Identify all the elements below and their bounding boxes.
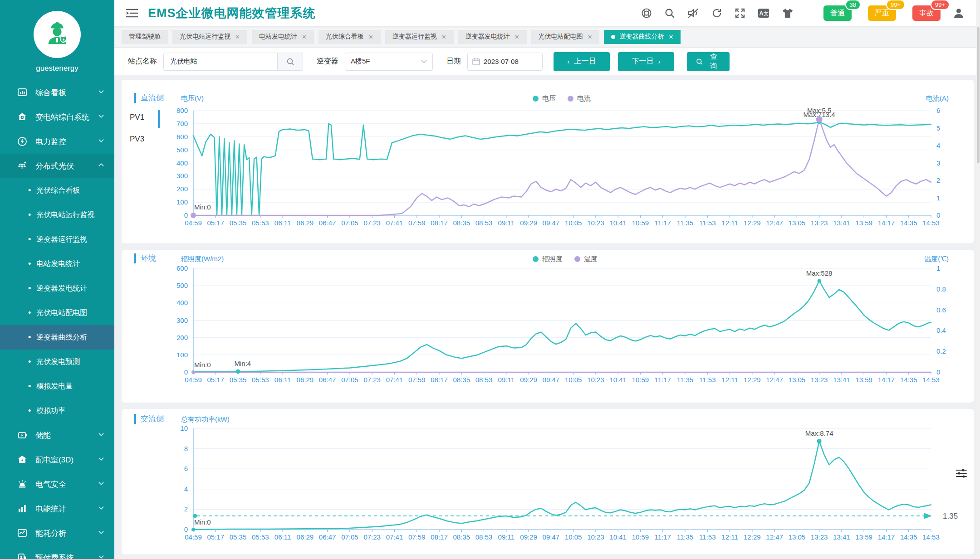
sidebar-subitem-电站发电统计[interactable]: •电站发电统计 bbox=[0, 252, 114, 276]
help-icon[interactable] bbox=[641, 8, 652, 19]
tab-close-icon[interactable]: ✕ bbox=[368, 34, 373, 40]
sidebar-item-预付费系统[interactable]: 预付费系统 bbox=[0, 545, 114, 559]
tab-光伏综合看板[interactable]: 光伏综合看板✕ bbox=[318, 30, 381, 44]
tab-逆变器曲线分析[interactable]: 逆变器曲线分析✕ bbox=[604, 30, 681, 44]
sidebar-subitem-逆变器曲线分析[interactable]: •逆变器曲线分析 bbox=[0, 325, 114, 350]
alarm-pill-事故[interactable]: 事故99+ bbox=[912, 5, 941, 21]
svg-text:12:47: 12:47 bbox=[766, 219, 783, 227]
site-search-button[interactable] bbox=[278, 53, 303, 71]
sidebar-item-配电室(3D)[interactable]: 配电室(3D) bbox=[0, 447, 114, 472]
svg-text:04:59: 04:59 bbox=[185, 533, 202, 541]
sidebar-subitem-逆变器发电统计[interactable]: •逆变器发电统计 bbox=[0, 276, 114, 301]
sidebar-subitem-label: 逆变器运行监视 bbox=[36, 235, 87, 244]
sidebar-subitem-光伏电站运行监视[interactable]: •光伏电站运行监视 bbox=[0, 203, 114, 227]
chevron-down-icon bbox=[98, 88, 104, 97]
svg-text:Max:5.5: Max:5.5 bbox=[807, 107, 831, 114]
tab-close-icon[interactable]: ✕ bbox=[668, 34, 673, 40]
worker-avatar-icon bbox=[43, 20, 71, 49]
tab-close-icon[interactable]: ✕ bbox=[588, 34, 593, 40]
svg-text:08:17: 08:17 bbox=[431, 533, 448, 541]
sidebar-subitem-光伏综合看板[interactable]: •光伏综合看板 bbox=[0, 178, 114, 203]
chevron-down-icon bbox=[98, 553, 104, 559]
sidebar-item-变电站综自系统[interactable]: 变电站综自系统 bbox=[0, 105, 114, 129]
svg-text:4: 4 bbox=[184, 485, 188, 493]
svg-text:Max:528: Max:528 bbox=[806, 269, 833, 277]
translate-icon[interactable]: A文 bbox=[758, 8, 769, 19]
svg-text:07:05: 07:05 bbox=[341, 376, 358, 384]
svg-text:06:47: 06:47 bbox=[319, 219, 336, 227]
date-picker[interactable] bbox=[467, 53, 543, 71]
svg-text:0.8: 0.8 bbox=[936, 285, 946, 293]
tab-电站发电统计[interactable]: 电站发电统计✕ bbox=[252, 30, 314, 44]
alarm-pill-严重[interactable]: 严重99+ bbox=[868, 5, 896, 21]
svg-text:Min:4: Min:4 bbox=[235, 360, 251, 367]
svg-text:200: 200 bbox=[176, 334, 188, 341]
svg-text:09:47: 09:47 bbox=[543, 376, 560, 384]
tab-光伏电站配电图[interactable]: 光伏电站配电图✕ bbox=[531, 30, 600, 44]
sidebar-item-电能统计[interactable]: 电能统计 bbox=[0, 496, 114, 521]
user-icon[interactable] bbox=[953, 7, 965, 19]
energy-stats-icon bbox=[16, 504, 28, 514]
sidebar-item-综合看板[interactable]: 综合看板 bbox=[0, 80, 114, 105]
sidebar: guestenergy 综合看板变电站综自系统电力监控分布式光伏•光伏综合看板•… bbox=[0, 0, 114, 559]
svg-text:2: 2 bbox=[936, 176, 940, 184]
sidebar-subitem-逆变器运行监视[interactable]: •逆变器运行监视 bbox=[0, 227, 114, 252]
inverter-label: 逆变器 bbox=[317, 57, 338, 66]
sidebar-subitem-模拟发电量[interactable]: •模拟发电量 bbox=[0, 374, 114, 399]
tab-close-icon[interactable]: ✕ bbox=[235, 34, 240, 40]
svg-text:07:59: 07:59 bbox=[408, 533, 426, 541]
page-scrollbar-thumb[interactable] bbox=[977, 27, 980, 163]
svg-text:08:53: 08:53 bbox=[475, 219, 493, 227]
tab-光伏电站运行监视[interactable]: 光伏电站运行监视✕ bbox=[172, 30, 247, 44]
inverter-select[interactable]: A楼5F bbox=[345, 53, 433, 71]
chevron-down-icon bbox=[98, 529, 104, 538]
sidebar-item-分布式光伏[interactable]: 分布式光伏 bbox=[0, 154, 114, 178]
sidebar-subitem-光伏电站配电图[interactable]: •光伏电站配电图 bbox=[0, 301, 114, 325]
theme-icon[interactable] bbox=[782, 8, 794, 19]
tab-close-icon[interactable]: ✕ bbox=[514, 34, 519, 40]
collapse-sidebar-icon[interactable] bbox=[126, 8, 138, 18]
sidebar-subitem-模拟功率[interactable]: •模拟功率 bbox=[0, 399, 114, 423]
sidebar-item-电气安全[interactable]: 电气安全 bbox=[0, 472, 114, 496]
svg-text:05:17: 05:17 bbox=[207, 219, 224, 227]
svg-text:10:59: 10:59 bbox=[632, 533, 649, 541]
svg-text:06:29: 06:29 bbox=[297, 219, 314, 227]
alarm-count-badge: 99+ bbox=[931, 0, 950, 10]
svg-text:10:23: 10:23 bbox=[587, 533, 604, 541]
site-name-input[interactable] bbox=[163, 53, 278, 71]
fullscreen-icon[interactable] bbox=[735, 8, 745, 19]
svg-text:800: 800 bbox=[176, 107, 188, 114]
sidebar-item-电力监控[interactable]: 电力监控 bbox=[0, 129, 114, 154]
refresh-icon[interactable] bbox=[711, 8, 722, 19]
alarm-group: 普通38严重99+事故99+ bbox=[807, 5, 941, 21]
query-button[interactable]: 查询 bbox=[687, 52, 730, 71]
svg-text:13:05: 13:05 bbox=[789, 376, 806, 384]
filter-bar: 站点名称 逆变器 A楼5F 日期 ‹ 上一日 下一日 › 查询 bbox=[114, 48, 980, 75]
sidebar-item-储能[interactable]: 储能 bbox=[0, 423, 114, 447]
page-title: EMS企业微电网能效管理系统 bbox=[148, 5, 316, 21]
page-scrollbar[interactable] bbox=[976, 0, 980, 559]
previous-day-button[interactable]: ‹ 上一日 bbox=[554, 52, 610, 71]
tab-逆变器运行监视[interactable]: 逆变器运行监视✕ bbox=[385, 30, 454, 44]
sidebar-item-能耗分析[interactable]: 能耗分析 bbox=[0, 521, 114, 545]
alarm-pill-普通[interactable]: 普通38 bbox=[823, 5, 852, 21]
tab-管理驾驶舱[interactable]: 管理驾驶舱 bbox=[122, 30, 168, 44]
svg-text:10:05: 10:05 bbox=[565, 533, 582, 541]
tab-close-icon[interactable]: ✕ bbox=[302, 34, 307, 40]
svg-text:14:53: 14:53 bbox=[922, 219, 940, 227]
date-input[interactable] bbox=[484, 58, 537, 65]
prepaid-icon bbox=[16, 553, 28, 559]
chevron-up-icon bbox=[98, 161, 104, 170]
next-day-button[interactable]: 下一日 › bbox=[618, 52, 674, 71]
tab-close-icon[interactable]: ✕ bbox=[441, 34, 446, 40]
tab-逆变器发电统计[interactable]: 逆变器发电统计✕ bbox=[458, 30, 527, 44]
svg-text:11:17: 11:17 bbox=[655, 533, 671, 541]
svg-text:07:59: 07:59 bbox=[408, 376, 426, 384]
sidebar-subitem-光伏发电预测[interactable]: •光伏发电预测 bbox=[0, 350, 114, 374]
svg-text:14:17: 14:17 bbox=[878, 376, 895, 384]
svg-text:200: 200 bbox=[176, 185, 188, 193]
search-icon[interactable] bbox=[664, 8, 675, 19]
chevron-down-icon bbox=[98, 431, 104, 440]
mute-icon[interactable] bbox=[687, 8, 699, 19]
svg-text:11:35: 11:35 bbox=[677, 376, 693, 384]
